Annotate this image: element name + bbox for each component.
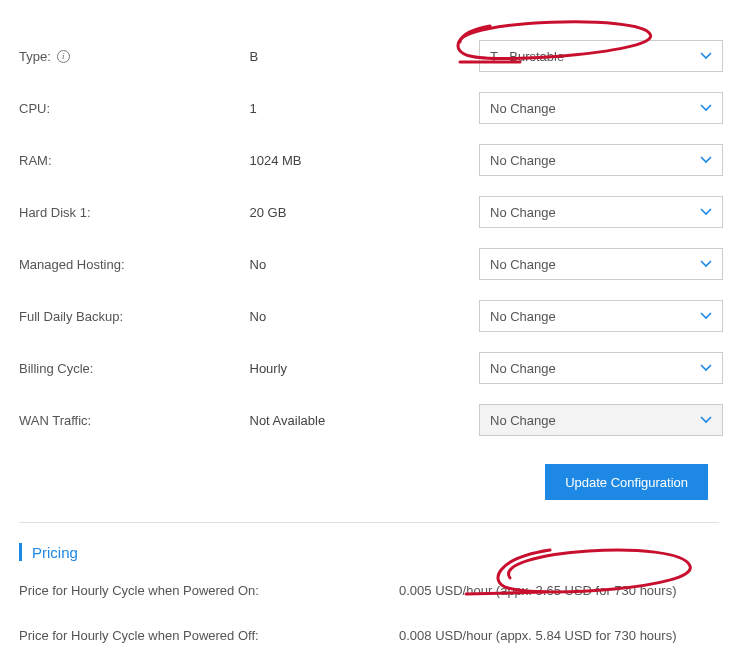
config-label-text: Billing Cycle: [19,361,93,376]
config-current-value: 20 GB [250,205,480,220]
chevron-down-icon [700,258,712,270]
config-row: CPU:1No Change [15,82,723,134]
config-current-value: Not Available [250,413,480,428]
config-current-value: Hourly [250,361,480,376]
config-select[interactable]: No Change [479,92,723,124]
config-label-text: Full Daily Backup: [19,309,123,324]
chevron-down-icon [700,154,712,166]
config-label-text: WAN Traffic: [19,413,91,428]
config-row: Billing Cycle:HourlyNo Change [15,342,723,394]
config-current-value: No [250,309,480,324]
chevron-down-icon [700,414,712,426]
pricing-row: Price for Hourly Cycle when Powered Off:… [19,628,723,643]
pricing-title: Pricing [32,544,78,561]
config-label: Type:i [15,49,250,64]
config-select[interactable]: No Change [479,248,723,280]
update-configuration-button[interactable]: Update Configuration [545,464,708,500]
config-select-value: No Change [490,101,556,116]
config-select-value: No Change [490,309,556,324]
section-accent-bar [19,543,22,561]
config-current-value: 1024 MB [250,153,480,168]
chevron-down-icon [700,102,712,114]
config-select[interactable]: No Change [479,300,723,332]
config-label: WAN Traffic: [15,413,250,428]
config-label: Billing Cycle: [15,361,250,376]
chevron-down-icon [700,310,712,322]
config-select-value: No Change [490,153,556,168]
config-label-text: Hard Disk 1: [19,205,91,220]
config-label-text: Managed Hosting: [19,257,125,272]
config-select: No Change [479,404,723,436]
config-label-text: RAM: [19,153,52,168]
pricing-header: Pricing [19,543,723,561]
config-label-text: CPU: [19,101,50,116]
chevron-down-icon [700,206,712,218]
config-select[interactable]: No Change [479,196,723,228]
chevron-down-icon [700,50,712,62]
config-row: RAM:1024 MBNo Change [15,134,723,186]
divider [19,522,719,523]
config-label: Managed Hosting: [15,257,250,272]
config-select[interactable]: No Change [479,352,723,384]
pricing-value: 0.008 USD/hour (appx. 5.84 USD for 730 h… [399,628,723,643]
pricing-label: Price for Hourly Cycle when Powered On: [19,583,399,598]
config-label: CPU: [15,101,250,116]
config-row: Hard Disk 1:20 GBNo Change [15,186,723,238]
config-select-value: T - Burstable [490,49,564,64]
config-select[interactable]: No Change [479,144,723,176]
config-current-value: B [250,49,480,64]
config-row: Type:iBT - Burstable [15,30,723,82]
info-icon[interactable]: i [57,50,70,63]
config-label: RAM: [15,153,250,168]
config-row: Full Daily Backup:NoNo Change [15,290,723,342]
config-current-value: No [250,257,480,272]
config-label: Hard Disk 1: [15,205,250,220]
config-current-value: 1 [250,101,480,116]
pricing-row: Price for Hourly Cycle when Powered On:0… [19,583,723,598]
config-select-value: No Change [490,361,556,376]
pricing-label: Price for Hourly Cycle when Powered Off: [19,628,399,643]
config-label: Full Daily Backup: [15,309,250,324]
config-label-text: Type: [19,49,51,64]
config-select-value: No Change [490,257,556,272]
chevron-down-icon [700,362,712,374]
config-row: Managed Hosting:NoNo Change [15,238,723,290]
config-select[interactable]: T - Burstable [479,40,723,72]
config-select-value: No Change [490,205,556,220]
config-row: WAN Traffic:Not AvailableNo Change [15,394,723,446]
config-select-value: No Change [490,413,556,428]
pricing-value: 0.005 USD/hour (appx. 3.65 USD for 730 h… [399,583,723,598]
